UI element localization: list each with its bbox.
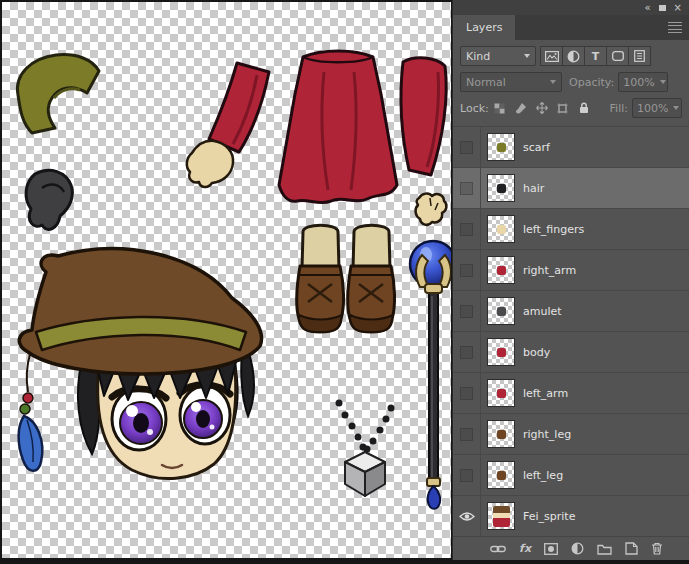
panel-box-icon[interactable]	[659, 5, 666, 11]
thumb-mark	[497, 430, 506, 439]
blend-mode-value: Normal	[466, 76, 506, 89]
layer-name: body	[523, 346, 550, 359]
visibility-toggle[interactable]	[453, 291, 481, 331]
layer-thumbnail[interactable]	[487, 502, 515, 530]
visibility-well	[460, 223, 473, 236]
visibility-toggle[interactable]	[453, 127, 481, 167]
thumb-mark	[497, 225, 506, 234]
left-fingers-art	[416, 194, 447, 225]
delete-layer-icon[interactable]	[651, 542, 663, 555]
lock-all-icon[interactable]	[577, 101, 591, 115]
new-layer-icon[interactable]	[625, 542, 638, 555]
visibility-well	[460, 346, 473, 359]
feather-art	[19, 416, 43, 471]
visibility-toggle[interactable]	[453, 250, 481, 290]
shape-filter-button[interactable]	[606, 46, 629, 66]
amulet-art	[336, 400, 395, 497]
document-canvas[interactable]	[2, 2, 451, 558]
layer-row-right-arm[interactable]: right_arm	[453, 250, 689, 291]
visibility-toggle[interactable]	[453, 168, 481, 208]
layer-name: Fei_sprite	[523, 510, 575, 523]
lock-label: Lock:	[460, 102, 489, 115]
visibility-toggle[interactable]	[453, 332, 481, 372]
pixel-filter-button[interactable]	[540, 46, 563, 66]
adjustment-layer-icon[interactable]	[571, 542, 584, 555]
new-group-icon[interactable]	[597, 543, 612, 555]
layers-panel: « × Layers Kind	[452, 0, 689, 560]
hat-beads-art	[19, 354, 43, 471]
thumb-mark	[497, 471, 506, 480]
panel-menu-icon[interactable]	[668, 22, 682, 33]
body-art	[279, 51, 397, 203]
layer-row-right-leg[interactable]: right_leg	[453, 414, 689, 455]
thumb-mark	[497, 307, 506, 316]
fill-input[interactable]: 100%	[632, 98, 682, 118]
visibility-toggle[interactable]	[453, 414, 481, 454]
close-panel-icon[interactable]: ×	[674, 3, 682, 13]
chevron-down-icon	[524, 54, 530, 58]
layer-row-left-fingers[interactable]: left_fingers	[453, 209, 689, 250]
layer-row-body[interactable]: body	[453, 332, 689, 373]
layer-thumbnail[interactable]	[487, 379, 515, 407]
opacity-label: Opacity:	[569, 76, 614, 89]
visibility-toggle[interactable]	[453, 455, 481, 495]
lock-artboard-icon[interactable]	[556, 101, 570, 115]
layer-name: left_fingers	[523, 223, 584, 236]
layer-thumbnail[interactable]	[487, 420, 515, 448]
layer-mask-icon[interactable]	[544, 543, 558, 555]
layer-row-scarf[interactable]: scarf	[453, 127, 689, 168]
visibility-well	[460, 264, 473, 277]
fill-value: 100%	[637, 102, 668, 115]
lock-pixels-icon[interactable]	[514, 101, 528, 115]
layer-name: hair	[523, 182, 544, 195]
layer-thumbnail[interactable]	[487, 297, 515, 325]
type-filter-button[interactable]: T	[584, 46, 607, 66]
visibility-well	[460, 387, 473, 400]
chevron-down-icon	[660, 80, 666, 84]
layer-thumbnail[interactable]	[487, 174, 515, 202]
panel-chrome: « ×	[453, 0, 689, 15]
lock-position-icon[interactable]	[535, 101, 549, 115]
layer-thumbnail[interactable]	[487, 215, 515, 243]
layer-row-hair[interactable]: hair	[453, 168, 689, 209]
layer-row-left-arm[interactable]: left_arm	[453, 373, 689, 414]
visibility-toggle[interactable]	[453, 496, 481, 536]
tab-layers[interactable]: Layers	[453, 15, 515, 40]
collapse-panel-icon[interactable]: «	[644, 3, 650, 13]
eye-icon	[459, 511, 475, 522]
layer-effects-icon[interactable]: fx	[519, 543, 531, 554]
staff-art	[410, 241, 451, 509]
adjustment-filter-button[interactable]	[562, 46, 585, 66]
layer-name: scarf	[523, 141, 550, 154]
layer-name: left_leg	[523, 469, 563, 482]
opacity-input[interactable]: 100%	[618, 72, 668, 92]
layer-thumbnail[interactable]	[487, 256, 515, 284]
right-leg-art	[348, 225, 395, 332]
kind-filter-dropdown[interactable]: Kind	[460, 46, 536, 66]
visibility-toggle[interactable]	[453, 209, 481, 249]
layer-thumbnail[interactable]	[487, 133, 515, 161]
link-layers-icon[interactable]	[490, 543, 506, 555]
layer-thumbnail[interactable]	[487, 338, 515, 366]
layers-controls: Kind T	[453, 40, 689, 126]
panel-tabbar: Layers	[453, 15, 689, 40]
blend-mode-dropdown[interactable]: Normal	[460, 72, 562, 92]
opacity-value: 100%	[623, 76, 654, 89]
lock-transparency-icon[interactable]	[493, 101, 507, 115]
kind-label: Kind	[466, 50, 490, 63]
visibility-well	[460, 182, 473, 195]
smart-object-filter-button[interactable]	[628, 46, 651, 66]
layer-row-left-leg[interactable]: left_leg	[453, 455, 689, 496]
layer-thumbnail[interactable]	[487, 461, 515, 489]
hair-tuft-art	[26, 170, 72, 229]
visibility-toggle[interactable]	[453, 373, 481, 413]
thumb-mark	[497, 348, 506, 357]
hat-art	[19, 249, 261, 374]
head-art	[19, 249, 262, 479]
type-filter-glyph: T	[592, 51, 600, 62]
visibility-well	[460, 428, 473, 441]
layer-list: scarf hair left_fingers right_arm am	[453, 126, 689, 536]
visibility-well	[460, 305, 473, 318]
layer-row-fei-sprite[interactable]: Fei_sprite	[453, 496, 689, 536]
layer-row-amulet[interactable]: amulet	[453, 291, 689, 332]
